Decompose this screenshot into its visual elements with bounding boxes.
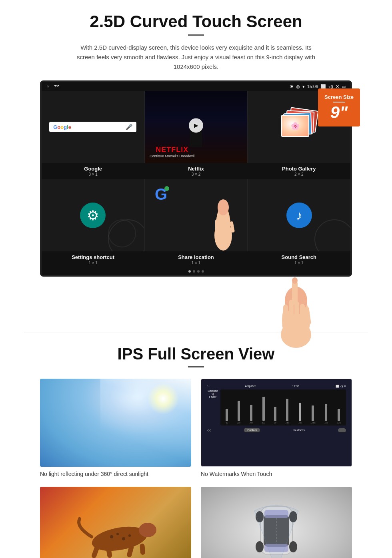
amp-hand-area: 10k bbox=[298, 403, 302, 424]
amp-footer: ◁◁ Custom loudness bbox=[207, 428, 346, 432]
amp-screen: ⌂ Amplifier 17:33 ⬜ ◁) ✕ Balance◁)Fader … bbox=[204, 382, 348, 463]
gear-icon: ⚙ bbox=[87, 207, 99, 223]
gallery-label: Photo Gallery 2 × 2 bbox=[248, 165, 350, 178]
amp-time: 17:33 bbox=[292, 385, 299, 388]
amp-back-icon: ◁◁ bbox=[207, 429, 211, 432]
mic-icon[interactable]: 🎤 bbox=[126, 124, 132, 130]
amp-loudness-label: loudness bbox=[294, 429, 305, 432]
netflix-label: Netflix 3 × 2 bbox=[144, 165, 247, 178]
badge-bar bbox=[333, 102, 345, 102]
title-underline bbox=[188, 34, 204, 36]
usb-icon: ⌤ bbox=[54, 84, 60, 89]
netflix-logo: NETFLIX bbox=[150, 146, 194, 154]
gallery-stack: 🌸 bbox=[281, 109, 317, 145]
google-g-icon: G bbox=[155, 185, 167, 203]
sunlight-caption: No light reflecting under 360° direct su… bbox=[40, 471, 191, 477]
app-labels-row1: Google 3 × 1 Netflix 3 × 2 Photo Gallery… bbox=[42, 163, 350, 179]
svg-point-26 bbox=[122, 537, 125, 540]
car-top-svg bbox=[252, 491, 300, 558]
netflix-overlay: NETFLIX Continue Marvel's Daredevil bbox=[150, 146, 194, 158]
cheetah-image bbox=[40, 487, 191, 558]
sound-app-cell[interactable]: ♪ bbox=[248, 179, 350, 251]
settings-icon-wrap: ⚙ bbox=[80, 203, 106, 228]
feature-car: Large Viewing Angle bbox=[201, 487, 352, 558]
amp-bar-group-5: 1k bbox=[274, 407, 276, 424]
amp-bar-group-2: 100 bbox=[237, 401, 240, 424]
device-wrapper: Screen Size 9" ⌂ ⌤ ✱ ◎ ▾ 15:06 ⬜ ◁) ✕ bbox=[36, 80, 356, 309]
amp-bar-3 bbox=[250, 405, 252, 421]
svg-point-27 bbox=[128, 534, 131, 537]
amp-header: ⌂ Amplifier 17:33 ⬜ ◁) ✕ bbox=[207, 385, 346, 388]
svg-point-34 bbox=[256, 541, 264, 552]
app-grid-row1: Google 🎤 ▶ bbox=[42, 91, 350, 163]
home-icon[interactable]: ⌂ bbox=[46, 84, 49, 89]
svg-rect-16 bbox=[292, 281, 298, 305]
cheetah-svg bbox=[56, 499, 176, 558]
amp-freq-4: 500 bbox=[262, 422, 265, 424]
amp-bar-6 bbox=[286, 399, 288, 421]
feature-amplifier: ⌂ Amplifier 17:33 ⬜ ◁) ✕ Balance◁)Fader … bbox=[201, 379, 352, 477]
amp-bar-group-6: 2.5k bbox=[286, 399, 289, 424]
section2-underline bbox=[188, 366, 204, 367]
sunlight-image bbox=[40, 379, 191, 467]
pointing-hand-icon bbox=[268, 269, 324, 349]
hand-extend-wrapper bbox=[36, 277, 356, 309]
play-button[interactable]: ▶ bbox=[189, 118, 203, 132]
netflix-background: ▶ NETFLIX Continue Marvel's Daredevil bbox=[145, 91, 247, 163]
hand-icon bbox=[207, 199, 239, 251]
google-app-cell[interactable]: Google 🎤 bbox=[42, 91, 144, 163]
amp-bar-group-9: 15k bbox=[324, 404, 328, 424]
location-icon: ◎ bbox=[296, 84, 300, 89]
section-curved-screen: 2.5D Curved Touch Screen With 2.5D curve… bbox=[0, 0, 392, 317]
google-search-bar[interactable]: Google 🎤 bbox=[49, 122, 136, 132]
share-app-cell[interactable]: G bbox=[145, 179, 247, 251]
device-frame: ⌂ ⌤ ✱ ◎ ▾ 15:06 ⬜ ◁) ✕ ▭ bbox=[40, 80, 352, 277]
amp-bar-8 bbox=[312, 405, 314, 421]
app-labels-row2: Settings shortcut 1 × 1 Share location 1… bbox=[42, 251, 350, 268]
netflix-subtitle: Continue Marvel's Daredevil bbox=[150, 154, 194, 158]
amp-freq-5: 1k bbox=[274, 422, 276, 424]
svg-point-35 bbox=[289, 541, 297, 552]
bg-circle-3 bbox=[314, 219, 350, 251]
bluetooth-icon: ✱ bbox=[290, 84, 294, 89]
amp-toggle bbox=[338, 428, 346, 432]
feature-cheetah: Super Fast Response bbox=[40, 487, 191, 558]
section1-description: With 2.5D curved-display screen, this de… bbox=[76, 43, 316, 72]
app-grid-row2: ⚙ G bbox=[42, 179, 350, 251]
time-display: 15:06 bbox=[307, 84, 318, 89]
amp-freq-2: 100 bbox=[237, 422, 240, 424]
amp-bar-group-8: 12.5k bbox=[310, 405, 315, 424]
amp-home-icon: ⌂ bbox=[207, 385, 208, 388]
car-image bbox=[201, 487, 352, 558]
svg-point-19 bbox=[139, 523, 156, 537]
amplifier-image: ⌂ Amplifier 17:33 ⬜ ◁) ✕ Balance◁)Fader … bbox=[201, 379, 352, 467]
amp-bar-group-4: 500 bbox=[262, 397, 265, 424]
feature-sunlight: No light reflecting under 360° direct su… bbox=[40, 379, 191, 477]
svg-point-24 bbox=[110, 535, 113, 538]
svg-point-7 bbox=[214, 220, 232, 251]
gallery-card-flower: 🌸 bbox=[281, 115, 309, 137]
amp-bar-1 bbox=[226, 409, 228, 421]
amp-bar-10 bbox=[338, 409, 340, 421]
svg-point-17 bbox=[292, 277, 298, 284]
amp-freq-7: 10k bbox=[298, 422, 302, 424]
settings-app-cell[interactable]: ⚙ bbox=[42, 179, 144, 251]
status-bar-left: ⌂ ⌤ bbox=[46, 84, 60, 89]
amp-bar-group-3: 200 bbox=[250, 405, 253, 424]
amp-bar-5 bbox=[274, 407, 276, 421]
svg-rect-10 bbox=[283, 305, 288, 327]
amp-freq-6: 2.5k bbox=[286, 422, 289, 424]
amp-bar-group-10: SUB bbox=[336, 409, 340, 424]
settings-label: Settings shortcut 1 × 1 bbox=[42, 253, 144, 266]
section1-title: 2.5D Curved Touch Screen bbox=[24, 12, 368, 31]
sound-icon-wrap: ♪ bbox=[286, 203, 312, 228]
amp-bar-9 bbox=[325, 404, 327, 421]
netflix-app-cell[interactable]: ▶ NETFLIX Continue Marvel's Daredevil bbox=[145, 91, 247, 163]
amp-freq-3: 200 bbox=[250, 422, 253, 424]
sun-glow bbox=[147, 383, 179, 415]
amp-freq-10: SUB bbox=[336, 422, 340, 424]
amp-bar-group-1: 60 bbox=[226, 409, 228, 424]
status-bar: ⌂ ⌤ ✱ ◎ ▾ 15:06 ⬜ ◁) ✕ ▭ bbox=[42, 82, 350, 91]
sound-label: Sound Search 1 × 1 bbox=[248, 253, 350, 266]
section-ips: IPS Full Screen View No light reflecting… bbox=[0, 333, 392, 558]
